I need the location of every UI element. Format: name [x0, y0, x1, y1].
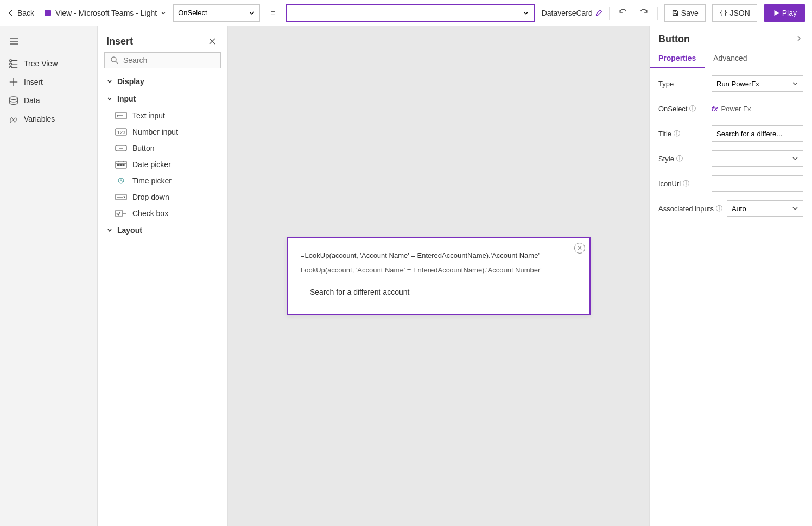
view-label: View - Microsoft Teams - Light — [55, 9, 157, 17]
card-search-button-label: Search for a different account — [310, 288, 409, 296]
prop-iconurl-text: IconUrl — [658, 180, 681, 188]
right-panel-tabs: Properties Advanced — [650, 49, 812, 68]
sidebar-item-variables[interactable]: (x) Variables — [0, 110, 97, 128]
insert-item-button[interactable]: Button — [102, 140, 227, 156]
prop-row-type: Type Run PowerFx — [658, 75, 803, 92]
sidebar-insert-label: Insert — [24, 78, 43, 86]
prop-value-associated-inputs: Auto — [727, 200, 803, 217]
right-panel-nav[interactable] — [795, 34, 803, 45]
insert-item-date-picker-label: Date picker — [132, 160, 171, 169]
insert-item-text-input[interactable]: Text input — [102, 107, 227, 124]
iconurl-info-icon[interactable]: ⓘ — [683, 179, 689, 188]
svg-marker-3 — [774, 10, 779, 16]
prop-type-select[interactable]: Run PowerFx — [712, 75, 803, 92]
card-close-button[interactable]: ✕ — [574, 243, 585, 254]
play-button[interactable]: Play — [764, 4, 805, 22]
redo-button[interactable] — [637, 6, 651, 20]
prop-title-text: Title — [658, 130, 671, 138]
save-label: Save — [681, 9, 699, 17]
insert-item-check-box[interactable]: Check box — [102, 205, 227, 221]
prop-row-onselect: OnSelect ⓘ fx Power Fx — [658, 100, 803, 117]
topbar-divider — [39, 7, 39, 20]
app-name-label: DataverseCard — [542, 9, 593, 17]
hamburger-menu[interactable] — [0, 30, 97, 54]
svg-point-15 — [10, 97, 17, 99]
prop-style-select[interactable] — [712, 150, 803, 167]
app-name[interactable]: DataverseCard — [542, 9, 602, 17]
prop-label-title: Title ⓘ — [658, 129, 707, 138]
prop-row-style: Style ⓘ — [658, 150, 803, 167]
number-input-icon: 123 — [115, 128, 127, 136]
insert-panel: Insert Display — [98, 26, 228, 526]
insert-item-number-input-label: Number input — [132, 128, 178, 136]
prop-type-select-value: Run PowerFx — [716, 80, 759, 88]
back-button[interactable]: Back — [7, 9, 34, 17]
play-label: Play — [782, 9, 797, 17]
tab-properties[interactable]: Properties — [650, 49, 705, 68]
section-layout[interactable]: Layout — [98, 221, 227, 239]
formula-bar[interactable]: Back() — [286, 4, 535, 22]
section-display-label: Display — [117, 77, 144, 86]
sidebar-item-data[interactable]: Data — [0, 91, 97, 110]
section-display[interactable]: Display — [98, 73, 227, 90]
associated-inputs-info-icon[interactable]: ⓘ — [716, 204, 722, 213]
canvas-card: =LookUp(account, 'Account Name' = Entere… — [287, 237, 591, 315]
insert-item-date-picker[interactable]: Date picker — [102, 156, 227, 173]
card-search-button[interactable]: Search for a different account — [301, 283, 418, 301]
onselect-info-icon[interactable]: ⓘ — [689, 104, 696, 113]
title-info-icon[interactable]: ⓘ — [674, 129, 680, 138]
left-sidebar: Tree View Insert Data (x) Variables — [0, 26, 98, 526]
insert-panel-close[interactable] — [206, 35, 219, 48]
right-panel-title: Button — [658, 34, 690, 45]
prop-type-text: Type — [658, 80, 674, 88]
card-line1: =LookUp(account, 'Account Name' = Entere… — [301, 251, 576, 259]
insert-item-drop-down[interactable]: Drop down — [102, 189, 227, 205]
prop-iconurl-input[interactable] — [712, 175, 803, 192]
style-info-icon[interactable]: ⓘ — [676, 154, 683, 163]
right-panel-body: Type Run PowerFx OnSelect ⓘ — [650, 68, 812, 526]
json-button[interactable]: {} JSON — [712, 4, 757, 22]
insert-item-check-box-label: Check box — [132, 209, 168, 218]
save-button[interactable]: Save — [664, 4, 706, 22]
svg-line-37 — [121, 181, 122, 182]
insert-item-time-picker[interactable]: Time picker — [102, 173, 227, 189]
insert-panel-title: Insert — [106, 36, 133, 47]
insert-search-input[interactable] — [123, 56, 215, 65]
insert-item-time-picker-label: Time picker — [132, 176, 172, 185]
prop-associated-inputs-text: Associated inputs — [658, 205, 714, 213]
formula-select[interactable]: OnSelect — [173, 4, 260, 22]
svg-line-40 — [124, 197, 125, 198]
topbar-right: DataverseCard Save {} — [542, 4, 805, 22]
svg-text:(x): (x) — [10, 116, 17, 123]
card-line2-text: LookUp(account, 'Account Name' = Entered… — [301, 266, 542, 274]
svg-rect-33 — [120, 164, 122, 166]
drop-down-icon — [115, 193, 127, 201]
sidebar-data-label: Data — [24, 96, 40, 105]
prop-value-title — [712, 125, 803, 142]
topbar-divider3 — [657, 7, 658, 20]
tab-advanced[interactable]: Advanced — [705, 49, 756, 68]
formula-input[interactable]: Back() — [291, 9, 522, 17]
canvas-area: =LookUp(account, 'Account Name' = Entere… — [228, 26, 649, 526]
topbar-left: Back View - Microsoft Teams - Light — [7, 7, 167, 20]
insert-item-number-input[interactable]: 123 Number input — [102, 124, 227, 140]
insert-item-text-input-label: Text input — [132, 111, 165, 120]
sidebar-item-insert[interactable]: Insert — [0, 73, 97, 91]
insert-item-drop-down-label: Drop down — [132, 193, 169, 201]
card-line2: LookUp(account, 'Account Name' = Entered… — [301, 266, 576, 274]
prop-onselect-value: Power Fx — [721, 105, 751, 113]
insert-search-box[interactable] — [104, 52, 221, 68]
undo-button[interactable] — [616, 6, 630, 20]
prop-onselect-powerfx[interactable]: fx Power Fx — [712, 105, 803, 113]
prop-title-input[interactable] — [712, 125, 803, 142]
back-label: Back — [17, 9, 34, 17]
section-input-label: Input — [117, 94, 136, 103]
prop-value-style — [712, 150, 803, 167]
prop-style-text: Style — [658, 155, 674, 163]
prop-associated-inputs-select[interactable]: Auto — [727, 200, 803, 217]
right-panel-header: Button — [650, 26, 812, 45]
section-input[interactable]: Input — [98, 90, 227, 107]
view-selector[interactable]: View - Microsoft Teams - Light — [43, 9, 167, 17]
formula-select-value: OnSelect — [178, 9, 207, 17]
sidebar-item-tree-view[interactable]: Tree View — [0, 54, 97, 73]
